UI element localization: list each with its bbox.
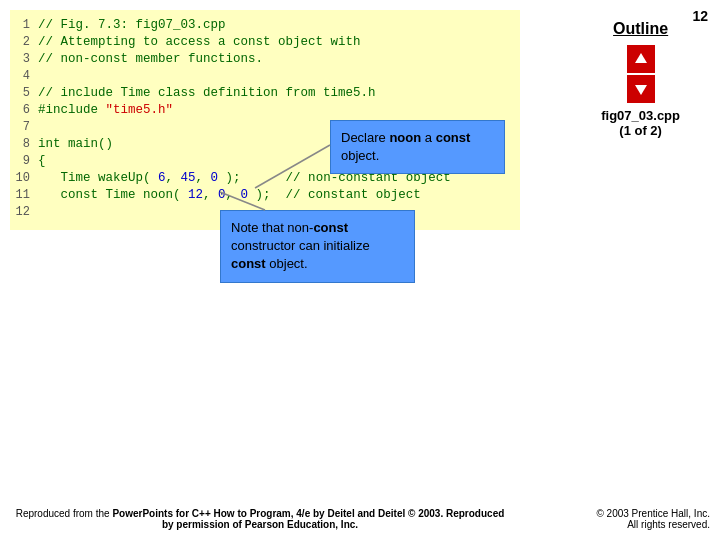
code-line-2: 2 // Attempting to access a const object… bbox=[10, 35, 520, 52]
code-line-6: 6 #include "time5.h" bbox=[10, 103, 520, 120]
page-number: 12 bbox=[692, 8, 708, 24]
footer-citation: Reproduced from the PowerPoints for C++ … bbox=[10, 508, 510, 530]
code-line-1: 1 // Fig. 7.3: fig07_03.cpp bbox=[10, 18, 520, 35]
code-line-5: 5 // include Time class definition from … bbox=[10, 86, 520, 103]
footer-copyright: © 2003 Prentice Hall, Inc. All rights re… bbox=[596, 508, 710, 530]
arrow-up-button[interactable] bbox=[627, 45, 655, 73]
code-line-4: 4 bbox=[10, 69, 520, 86]
svg-marker-0 bbox=[635, 53, 647, 63]
code-line-3: 3 // non-const member functions. bbox=[10, 52, 520, 69]
arrow-down-button[interactable] bbox=[627, 75, 655, 103]
code-line-11: 11 const Time noon( 12, 0, 0 ); // const… bbox=[10, 188, 520, 205]
outline-arrows[interactable] bbox=[627, 44, 655, 104]
callout-non-const-constructor: Note that non-const constructor can init… bbox=[220, 210, 415, 283]
callout-noon-const: Declare noon a const object. bbox=[330, 120, 505, 174]
svg-marker-1 bbox=[635, 85, 647, 95]
footer: Reproduced from the PowerPoints for C++ … bbox=[10, 508, 710, 530]
outline-filename: fig07_03.cpp (1 of 2) bbox=[601, 108, 680, 138]
outline-label: Outline bbox=[613, 20, 668, 38]
outline-panel: Outline fig07_03.cpp (1 of 2) bbox=[601, 20, 680, 138]
